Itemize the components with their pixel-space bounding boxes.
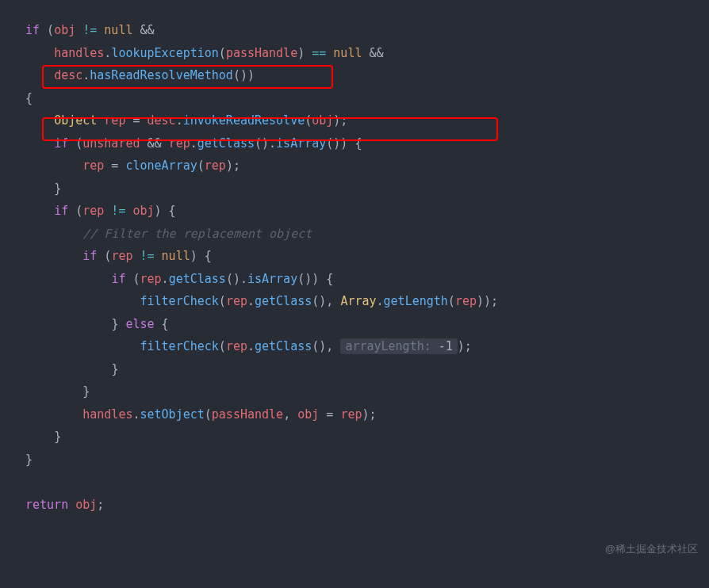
code-line: handles.lookupException(passHandle) == n… (25, 42, 709, 65)
code-line: handles.setObject(passHandle, obj = rep)… (25, 403, 709, 426)
code-line (25, 471, 709, 494)
code-line: if (unshared && rep.getClass().isArray()… (25, 132, 709, 155)
code-line: filterCheck(rep.getClass(), arrayLength:… (25, 335, 709, 358)
code-line: desc.hasReadResolveMethod()) (25, 64, 709, 87)
code-line: if (rep.getClass().isArray()) { (25, 268, 709, 291)
code-line: { (25, 87, 709, 110)
code-line: if (obj != null && (25, 19, 709, 42)
code-line: } (25, 178, 709, 200)
code-line: } (25, 426, 709, 449)
code-line: if (rep != null) { (25, 245, 709, 268)
code-line: } else { (25, 313, 709, 336)
code-line: filterCheck(rep.getClass(), Array.getLen… (25, 290, 709, 313)
watermark: @稀土掘金技术社区 (605, 540, 698, 559)
code-line: return obj; (25, 494, 709, 517)
code-block: if (obj != null && handles.lookupExcepti… (25, 19, 709, 516)
code-line: } (25, 358, 709, 381)
code-line: if (rep != obj) { (25, 200, 709, 223)
code-line: } (25, 380, 709, 403)
parameter-hint: arrayLength: -1 (340, 338, 457, 354)
code-line: } (25, 449, 709, 472)
code-line: // Filter the replacement object (25, 223, 709, 246)
code-line: rep = cloneArray(rep); (25, 155, 709, 178)
code-line: Object rep = desc.invokeReadResolve(obj)… (25, 109, 709, 132)
